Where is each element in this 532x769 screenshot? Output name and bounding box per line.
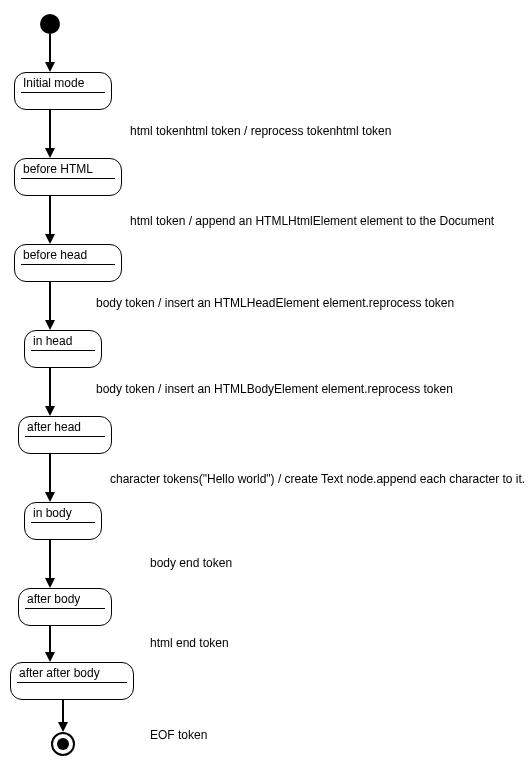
state-diagram: Initial mode html tokenhtml token / repr…	[0, 0, 532, 769]
initial-state-icon	[40, 14, 60, 34]
state-body	[25, 523, 101, 539]
state-after-after-body: after after body	[10, 662, 134, 700]
edge-arrow	[49, 34, 51, 64]
state-body	[15, 179, 121, 195]
edge-label: html token / append an HTMLHtmlElement e…	[130, 214, 494, 228]
edge-label: body token / insert an HTMLBodyElement e…	[96, 382, 453, 396]
edge-label: html end token	[150, 636, 229, 650]
edge-arrowhead	[45, 578, 55, 588]
edge-arrow	[49, 626, 51, 654]
edge-arrowhead	[58, 722, 68, 732]
edge-label: character tokens("Hello world") / create…	[110, 472, 525, 486]
state-label: after body	[19, 589, 111, 608]
state-before-html: before HTML	[14, 158, 122, 196]
state-body	[19, 609, 111, 625]
edge-arrowhead	[45, 406, 55, 416]
edge-arrowhead	[45, 234, 55, 244]
edge-arrow	[49, 540, 51, 580]
edge-arrowhead	[45, 320, 55, 330]
edge-arrow	[49, 196, 51, 236]
edge-arrow	[49, 368, 51, 408]
state-body	[25, 351, 101, 367]
state-label: after head	[19, 417, 111, 436]
edge-arrowhead	[45, 492, 55, 502]
edge-label: body token / insert an HTMLHeadElement e…	[96, 296, 454, 310]
state-body	[15, 93, 111, 109]
edge-label: EOF token	[150, 728, 207, 742]
edge-label: html tokenhtml token / reprocess tokenht…	[130, 124, 391, 138]
edge-label: body end token	[150, 556, 232, 570]
state-label: before head	[15, 245, 121, 264]
state-label: Initial mode	[15, 73, 111, 92]
state-label: in body	[25, 503, 101, 522]
edge-arrow	[49, 454, 51, 494]
edge-arrow	[62, 700, 64, 724]
final-state-icon	[51, 732, 75, 756]
edge-arrow	[49, 282, 51, 322]
edge-arrow	[49, 110, 51, 150]
state-body	[19, 437, 111, 453]
state-before-head: before head	[14, 244, 122, 282]
edge-arrowhead	[45, 62, 55, 72]
state-initial-mode: Initial mode	[14, 72, 112, 110]
state-body	[15, 265, 121, 281]
state-body	[11, 683, 133, 699]
state-after-body: after body	[18, 588, 112, 626]
state-label: after after body	[11, 663, 133, 682]
final-state-inner-icon	[57, 738, 69, 750]
edge-arrowhead	[45, 148, 55, 158]
edge-arrowhead	[45, 652, 55, 662]
state-label: in head	[25, 331, 101, 350]
state-after-head: after head	[18, 416, 112, 454]
state-in-body: in body	[24, 502, 102, 540]
state-in-head: in head	[24, 330, 102, 368]
state-label: before HTML	[15, 159, 121, 178]
